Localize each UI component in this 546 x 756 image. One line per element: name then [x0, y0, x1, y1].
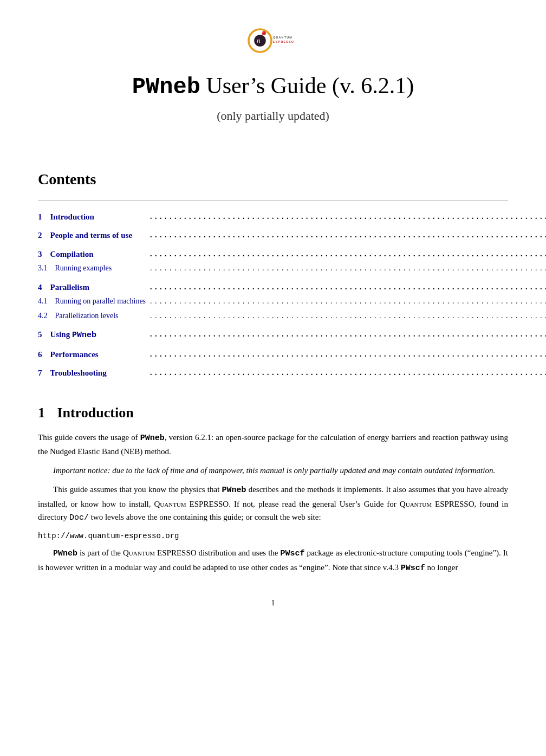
- title-mono: PWneb: [132, 74, 200, 100]
- toc-link-4-1[interactable]: 4.1 Running on parallel machines: [38, 297, 146, 305]
- document-subtitle: (only partially updated): [38, 107, 508, 125]
- section-1-num: 1: [38, 405, 45, 421]
- toc-link-7[interactable]: 7 Troubleshooting: [38, 369, 107, 377]
- toc-item-7: 7 Troubleshooting 7: [38, 366, 546, 380]
- toc-table: 1 Introduction 1 2 People and terms of u…: [38, 210, 546, 380]
- section-1-heading: 1 Introduction: [38, 402, 508, 423]
- url-line: http://www.quantum-espresso.org: [38, 531, 508, 542]
- qe-logo: n QUANTUM ESPRESSO: [240, 22, 306, 60]
- toc-item-4-1: 4.1 Running on parallel machines 4: [38, 294, 546, 309]
- toc-link-4-2[interactable]: 4.2 Parallelization levels: [38, 312, 119, 320]
- section-1-para-4: PWneb is part of the Quantum ESPRESSO di…: [38, 546, 508, 576]
- toc-item-3-1: 3.1 Running examples 2: [38, 261, 546, 276]
- toc-item-6: 6 Performances 7: [38, 347, 546, 362]
- section-1-para-1: This guide covers the usage of PWneb, ve…: [38, 431, 508, 459]
- toc-item-4: 4 Parallelism 3: [38, 280, 546, 295]
- document-title: PWneb User’s Guide (v. 6.2.1): [38, 69, 508, 105]
- toc-item-3: 3 Compilation 2: [38, 247, 546, 262]
- toc-link-2[interactable]: 2 People and terms of use: [38, 231, 132, 240]
- toc-link-5[interactable]: 5 Using PWneb: [38, 330, 96, 339]
- section-1-para-2-italic: Important notice: due to the lack of tim…: [38, 464, 508, 477]
- toc-link-3[interactable]: 3 Compilation: [38, 250, 94, 259]
- contents-section: Contents 1 Introduction 1 2 People and t…: [38, 168, 508, 380]
- divider: [38, 201, 508, 201]
- page-header: n QUANTUM ESPRESSO PWneb User’s Guide (v…: [38, 22, 508, 125]
- toc-item-2: 2 People and terms of use 1: [38, 228, 546, 243]
- page-number: 1: [38, 597, 508, 609]
- toc-item-5: 5 Using PWneb 5: [38, 327, 546, 343]
- toc-link-1[interactable]: 1 Introduction: [38, 212, 94, 221]
- svg-text:QUANTUM: QUANTUM: [273, 36, 292, 39]
- toc-item-1: 1 Introduction 1: [38, 210, 546, 224]
- section-1-para-3: This guide assumes that you know the phy…: [38, 483, 508, 525]
- toc-link-4[interactable]: 4 Parallelism: [38, 283, 89, 292]
- svg-text:ESPRESSO: ESPRESSO: [273, 40, 294, 43]
- svg-text:n: n: [257, 36, 261, 44]
- toc-item-4-2: 4.2 Parallelization levels 4: [38, 309, 546, 324]
- section-1-title: Introduction: [57, 405, 134, 421]
- svg-point-2: [262, 31, 266, 35]
- svg-point-3: [262, 32, 264, 33]
- contents-heading: Contents: [38, 168, 508, 191]
- title-rest: User’s Guide (v. 6.2.1): [200, 73, 414, 98]
- toc-link-6[interactable]: 6 Performances: [38, 350, 99, 359]
- toc-link-3-1[interactable]: 3.1 Running examples: [38, 264, 112, 272]
- logo-area: n QUANTUM ESPRESSO: [38, 22, 508, 63]
